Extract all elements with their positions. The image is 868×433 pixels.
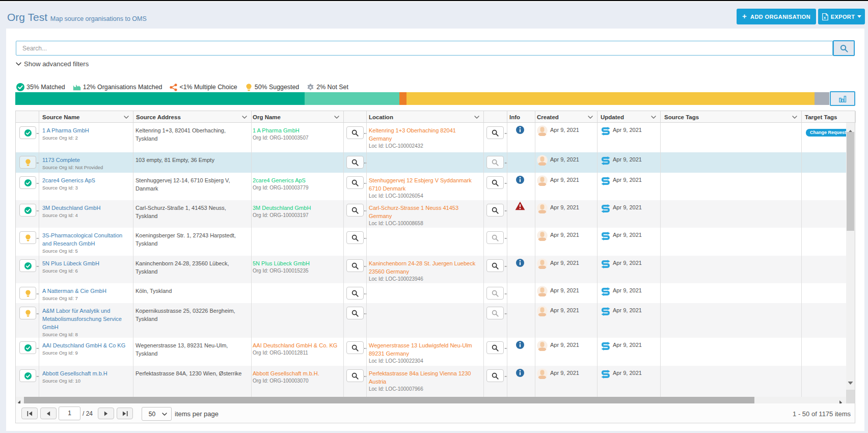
svg-text:x: x — [824, 15, 826, 20]
